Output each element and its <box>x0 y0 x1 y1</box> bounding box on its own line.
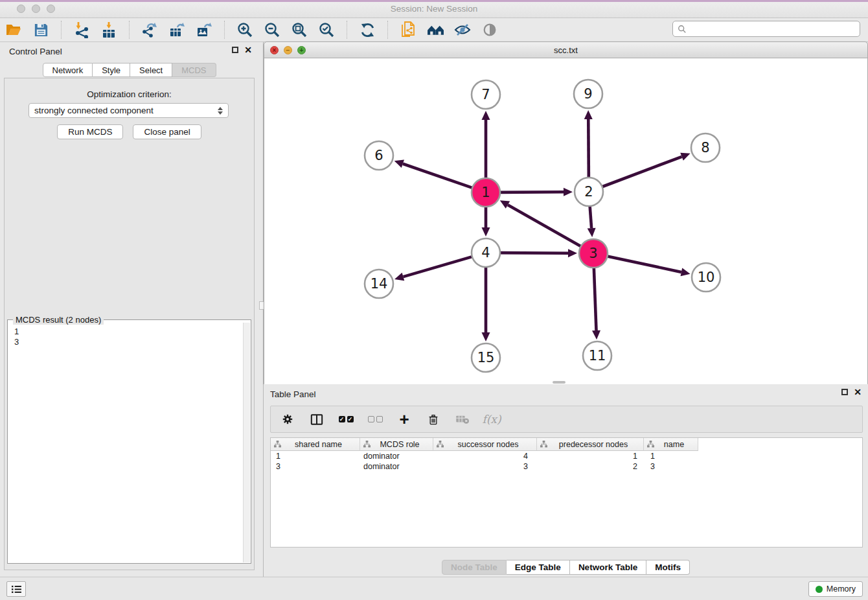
float-panel-icon[interactable] <box>232 47 238 53</box>
edge-3-10[interactable] <box>608 257 681 272</box>
hide-selected-icon[interactable] <box>453 21 472 39</box>
network-graph[interactable]: 7968124314101511 <box>264 58 867 384</box>
tab-network-table[interactable]: Network Table <box>570 560 646 575</box>
save-session-icon[interactable] <box>31 21 51 39</box>
toolbar-separator <box>347 21 347 39</box>
close-panel-button[interactable]: Close panel <box>133 124 201 139</box>
tab-motifs[interactable]: Motifs <box>646 560 690 575</box>
edge-2-8[interactable] <box>602 157 682 187</box>
graph-node-3[interactable]: 3 <box>579 239 608 268</box>
svg-text:6: 6 <box>374 148 383 163</box>
tab-network[interactable]: Network <box>42 63 93 77</box>
edge-1-6[interactable] <box>403 164 472 188</box>
tab-style[interactable]: Style <box>93 63 130 77</box>
zoom-out-icon[interactable] <box>262 21 282 39</box>
graph-node-7[interactable]: 7 <box>472 80 500 109</box>
zoom-in-icon[interactable] <box>235 21 255 39</box>
graph-node-6[interactable]: 6 <box>365 141 393 170</box>
tab-node-table[interactable]: Node Table <box>442 560 507 575</box>
add-column-icon[interactable]: + <box>396 411 412 427</box>
network-canvas[interactable]: 7968124314101511 <box>264 58 867 384</box>
optimization-label: Optimization criterion: <box>5 89 254 99</box>
main-toolbar <box>0 18 868 42</box>
tab-mcds[interactable]: MCDS <box>172 63 216 77</box>
panel-splitter[interactable] <box>258 42 264 577</box>
graph-node-14[interactable]: 14 <box>365 270 393 298</box>
run-mcds-button[interactable]: Run MCDS <box>57 124 123 139</box>
graph-node-10[interactable]: 10 <box>692 263 720 292</box>
close-panel-icon[interactable]: ✕ <box>854 389 862 395</box>
edge-4-3[interactable] <box>500 253 568 253</box>
import-table-icon[interactable] <box>99 21 119 39</box>
split-panel-icon[interactable] <box>309 411 325 427</box>
zoom-selected-icon[interactable] <box>317 21 336 39</box>
graph-node-9[interactable]: 9 <box>574 80 602 108</box>
export-table-icon[interactable] <box>167 21 187 39</box>
export-network-icon[interactable] <box>140 21 159 39</box>
close-panel-icon[interactable]: ✕ <box>244 47 252 53</box>
tab-edge-table[interactable]: Edge Table <box>507 560 570 575</box>
show-all-icon[interactable] <box>480 21 499 39</box>
network-window-titlebar[interactable]: × − + scc.txt <box>264 42 867 58</box>
cell-predecessor-nodes[interactable]: 1 <box>537 451 644 461</box>
edge-2-3[interactable] <box>590 206 592 228</box>
graph-node-4[interactable]: 4 <box>472 238 500 267</box>
zoom-fit-icon[interactable] <box>290 21 309 39</box>
graph-node-15[interactable]: 15 <box>472 343 500 372</box>
cell-shared-name[interactable]: 3 <box>271 461 360 472</box>
memory-label: Memory <box>827 584 856 594</box>
graph-node-1[interactable]: 1 <box>472 178 500 207</box>
graph-node-11[interactable]: 11 <box>583 341 611 370</box>
refresh-layout-icon[interactable] <box>358 21 377 39</box>
network-title: scc.txt <box>264 45 867 55</box>
edge-3-1[interactable] <box>508 205 581 246</box>
column-header-MCDS-role[interactable]: MCDS role <box>360 438 433 451</box>
open-session-icon[interactable] <box>4 21 23 39</box>
column-header-name[interactable]: name <box>644 438 698 451</box>
table-toolbar: ✓✓ + f(x) <box>270 406 863 433</box>
tab-select[interactable]: Select <box>130 63 172 77</box>
edge-3-11[interactable] <box>594 268 597 330</box>
criterion-dropdown[interactable]: strongly connected component <box>29 103 229 118</box>
task-list-button[interactable] <box>6 581 26 597</box>
deselect-all-icon[interactable] <box>367 411 383 427</box>
column-header-predecessor-nodes[interactable]: predecessor nodes <box>537 438 644 451</box>
graph-node-2[interactable]: 2 <box>575 178 603 206</box>
edge-1-2[interactable] <box>500 192 564 192</box>
select-all-icon[interactable]: ✓✓ <box>338 411 354 427</box>
search-box[interactable] <box>672 21 860 37</box>
horizontal-scrollbar-thumb[interactable] <box>553 381 565 384</box>
node-table[interactable]: shared nameMCDS rolesuccessor nodesprede… <box>270 437 863 548</box>
memory-button[interactable]: Memory <box>808 581 863 597</box>
edge-2-9[interactable] <box>588 119 589 178</box>
cell-shared-name[interactable]: 1 <box>271 451 360 461</box>
ndex-homes-icon[interactable] <box>426 21 445 39</box>
edge-4-14[interactable] <box>403 257 472 277</box>
table-row[interactable]: 1dominator411 <box>271 451 862 461</box>
gear-icon[interactable] <box>280 411 295 427</box>
org-chart-icon <box>274 441 281 448</box>
cell-predecessor-nodes[interactable]: 2 <box>537 461 644 472</box>
cell-successor-nodes[interactable]: 3 <box>433 461 537 472</box>
column-header-successor-nodes[interactable]: successor nodes <box>433 438 537 451</box>
cell-name[interactable]: 1 <box>644 451 698 461</box>
arrowhead-icon <box>584 110 593 119</box>
cell-MCDS-role[interactable]: dominator <box>360 461 433 472</box>
delete-column-icon[interactable] <box>426 411 441 427</box>
org-chart-icon <box>540 441 547 448</box>
float-panel-icon[interactable] <box>841 389 848 395</box>
result-scrollbar[interactable] <box>243 323 250 562</box>
graph-node-8[interactable]: 8 <box>691 133 720 162</box>
org-chart-icon <box>437 441 444 448</box>
search-input[interactable] <box>690 24 860 34</box>
column-header-shared-name[interactable]: shared name <box>271 438 360 451</box>
table-panel: Table Panel ✕ ✓✓ + f(x) shared nameMCDS … <box>264 384 868 577</box>
export-image-icon[interactable] <box>194 21 214 39</box>
import-network-icon[interactable] <box>72 21 91 39</box>
new-network-from-selection-icon[interactable] <box>398 21 418 39</box>
cell-successor-nodes[interactable]: 4 <box>433 451 537 461</box>
cell-name[interactable]: 3 <box>644 461 698 472</box>
cell-MCDS-role[interactable]: dominator <box>360 451 433 461</box>
table-row[interactable]: 3dominator323 <box>271 461 862 472</box>
arrowhead-icon <box>680 153 690 161</box>
